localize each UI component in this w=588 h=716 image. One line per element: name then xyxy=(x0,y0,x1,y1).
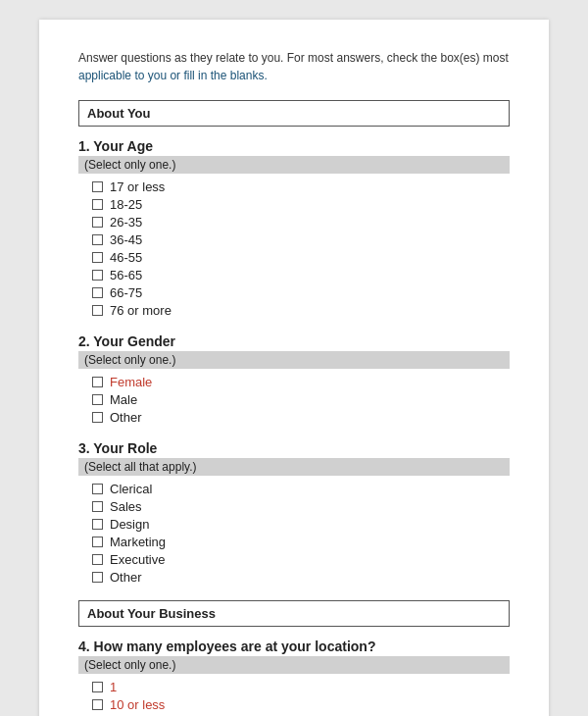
checkbox-icon[interactable] xyxy=(92,305,103,316)
list-item[interactable]: 76 or more xyxy=(92,303,510,318)
list-item[interactable]: Clerical xyxy=(92,482,510,496)
intro-text: Answer questions as they relate to you. … xyxy=(78,49,510,84)
checkbox-icon[interactable] xyxy=(92,377,103,387)
question-q4: 4. How many employees are at your locati… xyxy=(78,639,510,716)
option-label: Design xyxy=(110,517,149,532)
option-list-q4: 110 or less11-5051-500 xyxy=(78,680,510,716)
question-q3: 3. Your Role(Select all that apply.)Cler… xyxy=(78,440,510,585)
option-list-q1: 17 or less18-2526-3536-4546-5556-6566-75… xyxy=(78,179,510,318)
checkbox-icon[interactable] xyxy=(92,484,103,494)
list-item[interactable]: 17 or less xyxy=(92,179,510,194)
list-item[interactable]: 56-65 xyxy=(92,268,510,282)
checkbox-icon[interactable] xyxy=(92,394,103,405)
checkbox-icon[interactable] xyxy=(92,554,103,565)
section-header-about-you: About You xyxy=(78,100,510,127)
option-list-q2: FemaleMaleOther xyxy=(78,375,510,425)
checkbox-icon[interactable] xyxy=(92,234,103,245)
checkbox-icon[interactable] xyxy=(92,572,103,583)
list-item[interactable]: 10 or less xyxy=(92,697,510,712)
checkbox-icon[interactable] xyxy=(92,199,103,210)
option-label: 10 or less xyxy=(110,697,165,712)
question-q2: 2. Your Gender(Select only one.)FemaleMa… xyxy=(78,333,510,425)
option-label: Male xyxy=(110,392,137,407)
list-item[interactable]: 46-55 xyxy=(92,250,510,265)
list-item[interactable]: Female xyxy=(92,375,510,389)
option-label: Sales xyxy=(110,499,142,514)
list-item[interactable]: Marketing xyxy=(92,535,510,549)
list-item[interactable]: 66-75 xyxy=(92,285,510,300)
list-item[interactable]: Executive xyxy=(92,552,510,567)
option-label: Marketing xyxy=(110,535,166,549)
list-item[interactable]: Sales xyxy=(92,499,510,514)
list-item[interactable]: 18-25 xyxy=(92,197,510,212)
list-item[interactable]: Design xyxy=(92,517,510,532)
option-label: 76 or more xyxy=(110,303,172,318)
list-item[interactable]: Other xyxy=(92,410,510,425)
list-item[interactable]: 26-35 xyxy=(92,215,510,230)
list-item[interactable]: Male xyxy=(92,392,510,407)
question-title-q3: 3. Your Role xyxy=(78,440,510,456)
checkbox-icon[interactable] xyxy=(92,270,103,281)
option-label: 18-25 xyxy=(110,197,142,212)
question-title-q2: 2. Your Gender xyxy=(78,333,510,349)
option-label: 26-35 xyxy=(110,215,142,230)
option-label: 56-65 xyxy=(110,268,142,282)
checkbox-icon[interactable] xyxy=(92,217,103,228)
survey-page: Answer questions as they relate to you. … xyxy=(39,20,549,716)
checkbox-icon[interactable] xyxy=(92,519,103,530)
option-label: 1 xyxy=(110,680,117,694)
option-label: 36-45 xyxy=(110,232,142,247)
list-item[interactable]: Other xyxy=(92,570,510,585)
checkbox-icon[interactable] xyxy=(92,252,103,263)
checkbox-icon[interactable] xyxy=(92,537,103,547)
question-q1: 1. Your Age(Select only one.)17 or less1… xyxy=(78,138,510,318)
option-label: Female xyxy=(110,375,152,389)
section-header-about-business: About Your Business xyxy=(78,600,510,627)
checkbox-icon[interactable] xyxy=(92,287,103,298)
question-subtitle-q4: (Select only one.) xyxy=(78,656,510,674)
checkbox-icon[interactable] xyxy=(92,412,103,423)
list-item[interactable]: 36-45 xyxy=(92,232,510,247)
checkbox-icon[interactable] xyxy=(92,181,103,192)
option-label: 17 or less xyxy=(110,179,165,194)
list-item[interactable]: 1 xyxy=(92,680,510,694)
question-title-q4: 4. How many employees are at your locati… xyxy=(78,639,510,654)
option-list-q3: ClericalSalesDesignMarketingExecutiveOth… xyxy=(78,482,510,585)
option-label: Other xyxy=(110,570,142,585)
question-subtitle-q3: (Select all that apply.) xyxy=(78,458,510,476)
option-label: Other xyxy=(110,410,142,425)
question-subtitle-q2: (Select only one.) xyxy=(78,351,510,369)
question-title-q1: 1. Your Age xyxy=(78,138,510,154)
option-label: Clerical xyxy=(110,482,152,496)
option-label: Executive xyxy=(110,552,165,567)
checkbox-icon[interactable] xyxy=(92,699,103,710)
option-label: 66-75 xyxy=(110,285,142,300)
checkbox-icon[interactable] xyxy=(92,682,103,692)
option-label: 46-55 xyxy=(110,250,142,265)
question-subtitle-q1: (Select only one.) xyxy=(78,156,510,174)
checkbox-icon[interactable] xyxy=(92,501,103,512)
